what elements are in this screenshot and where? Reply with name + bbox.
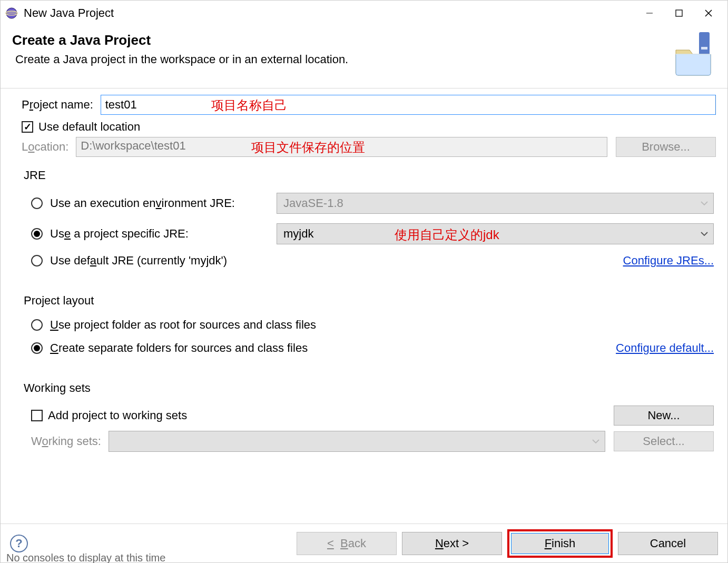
finish-button[interactable]: Finish <box>511 533 609 554</box>
add-to-working-sets-row: Add project to working sets New... <box>31 406 714 426</box>
jre-default-radio[interactable] <box>31 255 43 266</box>
jre-specific-row: Use a project specific JRE: myjdk 使用自己定义… <box>31 223 714 244</box>
location-row: Location: D:\workspace\test01 Browse... … <box>22 137 716 157</box>
jre-exec-env-label: Use an execution environment JRE: <box>50 196 277 210</box>
minimize-button[interactable] <box>635 3 664 24</box>
chevron-down-icon <box>701 201 708 206</box>
wizard-folder-icon <box>671 31 718 78</box>
svg-rect-6 <box>676 10 682 16</box>
layout-group: Project layout Use project folder as roo… <box>22 291 716 364</box>
jre-default-label: Use default JRE (currently 'myjdk') <box>50 254 623 268</box>
titlebar: New Java Project <box>1 1 727 26</box>
svg-rect-4 <box>6 14 17 14</box>
layout-separate-label: Create separate folders for sources and … <box>50 341 616 355</box>
jre-specific-label: Use a project specific JRE: <box>50 227 277 241</box>
layout-root-label: Use project folder as root for sources a… <box>50 318 316 332</box>
location-label: Location: <box>22 140 68 154</box>
new-working-set-button[interactable]: New... <box>614 406 714 426</box>
next-button[interactable]: Next > <box>402 532 502 555</box>
jre-group: JRE Use an execution environment JRE: Ja… <box>22 165 716 277</box>
background-text: No consoles to display at this time <box>6 552 165 563</box>
select-working-sets-button: Select... <box>614 431 714 451</box>
jre-exec-env-row: Use an execution environment JRE: JavaSE… <box>31 193 714 214</box>
svg-point-0 <box>6 8 17 18</box>
jre-exec-env-radio[interactable] <box>31 197 43 209</box>
add-to-working-sets-checkbox[interactable] <box>31 410 43 421</box>
eclipse-icon <box>5 6 18 20</box>
window-title: New Java Project <box>24 6 114 20</box>
layout-root-radio[interactable] <box>31 319 43 331</box>
finish-highlight: Finish <box>507 529 613 558</box>
help-icon[interactable]: ? <box>10 535 28 552</box>
jre-specific-radio[interactable] <box>31 228 43 240</box>
jre-specific-select[interactable]: myjdk <box>277 223 714 244</box>
svg-rect-10 <box>701 47 707 50</box>
jre-group-title: JRE <box>24 169 714 182</box>
layout-group-title: Project layout <box>24 294 714 308</box>
layout-root-row: Use project folder as root for sources a… <box>31 318 714 332</box>
working-sets-row: Working sets: Select... <box>31 431 714 452</box>
working-sets-label: Working sets: <box>31 434 101 448</box>
jre-exec-env-select: JavaSE-1.8 <box>277 193 714 214</box>
location-input: D:\workspace\test01 <box>76 137 607 157</box>
configure-jres-link[interactable]: Configure JREs... <box>623 254 714 268</box>
wizard-banner: Create a Java Project Create a Java proj… <box>1 26 727 88</box>
use-default-location-row: Use default location <box>22 120 716 134</box>
back-button: < < Back Back <box>297 532 397 555</box>
svg-rect-3 <box>6 12 17 12</box>
jre-default-row: Use default JRE (currently 'myjdk') Conf… <box>31 254 714 268</box>
project-name-row: Project name: 项目名称自己 <box>22 95 716 115</box>
configure-default-link[interactable]: Configure default... <box>616 341 714 355</box>
page-title: Create a Java Project <box>12 32 665 48</box>
project-name-label: Project name: <box>22 98 93 112</box>
add-to-working-sets-label: Add project to working sets <box>48 409 614 422</box>
close-button[interactable] <box>694 3 723 24</box>
working-sets-select <box>109 431 605 452</box>
working-sets-title: Working sets <box>24 381 714 395</box>
chevron-down-icon <box>592 439 599 444</box>
layout-separate-radio[interactable] <box>31 342 43 354</box>
working-sets-group: Working sets Add project to working sets… <box>22 378 716 461</box>
page-description: Create a Java project in the workspace o… <box>12 53 665 66</box>
new-java-project-dialog: New Java Project Create a Java Project C… <box>0 0 728 563</box>
maximize-button[interactable] <box>664 3 694 24</box>
use-default-location-checkbox[interactable] <box>22 121 33 133</box>
browse-button: Browse... <box>616 137 716 157</box>
layout-separate-row: Create separate folders for sources and … <box>31 341 714 355</box>
cancel-button[interactable]: Cancel <box>618 532 718 555</box>
chevron-down-icon <box>701 231 708 236</box>
use-default-location-label: Use default location <box>38 120 140 134</box>
project-name-input[interactable] <box>101 95 716 115</box>
svg-rect-2 <box>6 13 17 13</box>
